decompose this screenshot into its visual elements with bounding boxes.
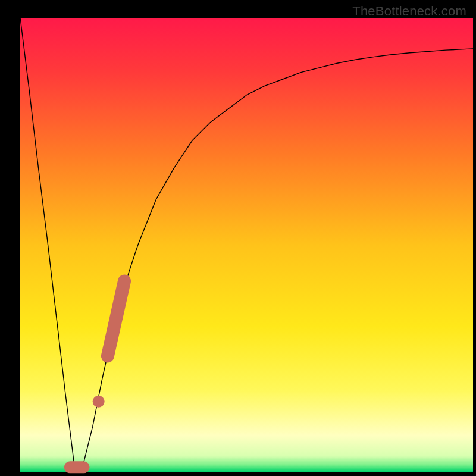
bang-dot: [93, 396, 105, 408]
chart-svg: [0, 0, 476, 476]
watermark-text: TheBottleneck.com: [352, 4, 466, 19]
bottleneck-chart: TheBottleneck.com: [0, 0, 476, 476]
svg-rect-1: [20, 18, 473, 472]
